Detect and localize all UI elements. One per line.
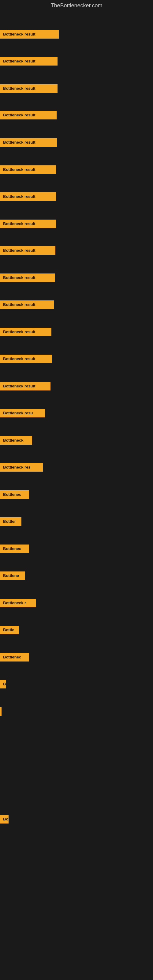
bottleneck-item-18: Bottlenec	[0, 490, 29, 499]
bottleneck-item-22: Bottleneck r	[0, 599, 36, 607]
bottleneck-label-3: Bottleneck result	[0, 84, 57, 93]
bottleneck-item-11: Bottleneck result	[0, 301, 54, 309]
bottleneck-label-16: Bottleneck	[0, 436, 32, 445]
bottleneck-item-17: Bottleneck res	[0, 463, 43, 472]
bottleneck-item-15: Bottleneck resu	[0, 409, 45, 417]
bottleneck-label-11: Bottleneck result	[0, 301, 54, 309]
site-title: TheBottlenecker.com	[0, 0, 153, 13]
bottleneck-item-16: Bottleneck	[0, 436, 32, 445]
bottleneck-item-8: Bottleneck result	[0, 220, 56, 228]
bottleneck-item-20: Bottlenec	[0, 544, 29, 553]
bottleneck-item-14: Bottleneck result	[0, 382, 51, 390]
bottleneck-item-7: Bottleneck result	[0, 192, 56, 201]
bottleneck-item-23: Bottle	[0, 626, 19, 634]
bottleneck-item-4: Bottleneck result	[0, 111, 57, 119]
bottleneck-list: Bottleneck resultBottleneck resultBottle…	[0, 13, 153, 977]
bottleneck-label-21: Bottlene	[0, 571, 25, 580]
bottleneck-label-15: Bottleneck resu	[0, 409, 45, 417]
bottleneck-item-1: Bottleneck result	[0, 30, 59, 38]
bottleneck-label-7: Bottleneck result	[0, 192, 56, 201]
bottleneck-item-25: B	[0, 680, 6, 689]
bottleneck-label-8: Bottleneck result	[0, 220, 56, 228]
bottleneck-label-23: Bottle	[0, 626, 19, 634]
bottleneck-item-24: Bottlenec	[0, 653, 29, 662]
bottleneck-item-5: Bottleneck result	[0, 138, 57, 147]
bottleneck-label-13: Bottleneck result	[0, 355, 52, 363]
page-wrapper: TheBottlenecker.com Bottleneck resultBot…	[0, 0, 153, 977]
bottleneck-label-12: Bottleneck result	[0, 328, 51, 336]
bottleneck-label-18: Bottlenec	[0, 490, 29, 499]
bottleneck-label-27: Bo	[0, 815, 9, 824]
bottleneck-item-27: Bo	[0, 815, 9, 824]
bottleneck-label-10: Bottleneck result	[0, 274, 55, 282]
bottleneck-item-3: Bottleneck result	[0, 84, 57, 93]
site-title-container: TheBottlenecker.com	[0, 0, 153, 13]
bottleneck-label-22: Bottleneck r	[0, 599, 36, 607]
bottleneck-label-20: Bottlenec	[0, 544, 29, 553]
bottleneck-item-21: Bottlene	[0, 571, 25, 580]
bottleneck-label-19: Bottler	[0, 517, 21, 526]
bottleneck-label-2: Bottleneck result	[0, 57, 57, 65]
bottleneck-label-5: Bottleneck result	[0, 138, 57, 147]
bottleneck-label-1: Bottleneck result	[0, 30, 59, 38]
bottleneck-item-9: Bottleneck result	[0, 246, 56, 255]
bottleneck-item-12: Bottleneck result	[0, 328, 51, 336]
bottleneck-item-6: Bottleneck result	[0, 165, 56, 174]
bottleneck-item-2: Bottleneck result	[0, 57, 57, 65]
bottleneck-label-14: Bottleneck result	[0, 382, 51, 390]
bottleneck-item-19: Bottler	[0, 517, 21, 526]
bottleneck-label-24: Bottlenec	[0, 653, 29, 662]
bottleneck-item-26	[0, 707, 2, 716]
bottleneck-item-13: Bottleneck result	[0, 355, 52, 363]
bottleneck-label-17: Bottleneck res	[0, 463, 43, 472]
bottleneck-item-10: Bottleneck result	[0, 274, 55, 282]
bottleneck-label-6: Bottleneck result	[0, 165, 56, 174]
bottleneck-label-25: B	[0, 680, 6, 689]
bottleneck-label-9: Bottleneck result	[0, 246, 56, 255]
bottleneck-label-4: Bottleneck result	[0, 111, 57, 119]
